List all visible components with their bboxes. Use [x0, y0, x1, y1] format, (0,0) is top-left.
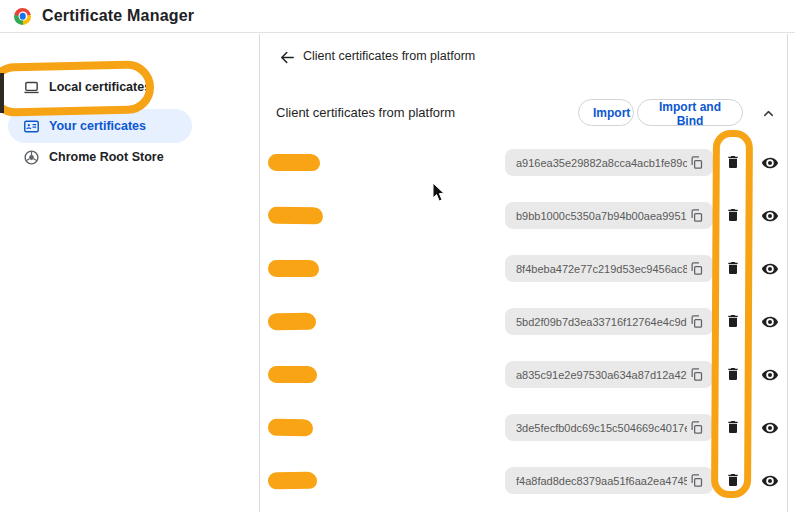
certificate-hash-chip: 8f4beba472e77c219d53ec9456ac840…	[505, 255, 713, 282]
sidebar-item-label: Chrome Root Store	[49, 150, 164, 164]
sidebar: Local certificates Your certificates Chr…	[0, 34, 260, 512]
certificate-hash-chip: a916ea35e29882a8cca4acb1fe89cbe…	[505, 149, 713, 176]
certificate-hash: a835c91e2e97530a634a87d12a42462…	[516, 369, 687, 381]
app-header: Certificate Manager	[0, 0, 795, 33]
view-certificate-button[interactable]	[759, 364, 781, 386]
certificate-hash-chip: f4a8fad8dec8379aa51f6aa2ea47458a…	[505, 467, 713, 494]
eye-icon	[761, 260, 779, 278]
certificate-row: a835c91e2e97530a634a87d12a42462…	[261, 348, 787, 401]
certificate-row: f4a8fad8dec8379aa51f6aa2ea47458a…	[261, 454, 787, 507]
page-title: Certificate Manager	[42, 7, 194, 25]
chrome-store-icon	[22, 148, 40, 166]
import-and-bind-button[interactable]: Import and Bind	[637, 99, 743, 126]
subpage-header: Client certificates from platform	[261, 45, 787, 69]
copy-icon[interactable]	[687, 207, 705, 225]
section-header: Client certificates from platform Import…	[261, 99, 787, 126]
certificate-row: a916ea35e29882a8cca4acb1fe89cbe…	[261, 136, 787, 189]
copy-icon[interactable]	[687, 260, 705, 278]
copy-icon[interactable]	[687, 154, 705, 172]
delete-certificate-button[interactable]	[722, 416, 744, 438]
certificate-hash-chip: 5bd2f09b7d3ea33716f12764e4c9dc0…	[505, 308, 713, 335]
sidebar-item-local-certificates[interactable]: Local certificates	[0, 71, 259, 103]
collapse-section-button[interactable]	[756, 101, 780, 125]
laptop-icon	[22, 78, 40, 96]
copy-icon[interactable]	[687, 366, 705, 384]
certificate-row: b9bb1000c5350a7b94b00aea9951619…	[261, 189, 787, 242]
copy-icon[interactable]	[687, 472, 705, 490]
trash-icon	[725, 366, 741, 382]
delete-certificate-button[interactable]	[722, 363, 744, 385]
redacted-name-marker	[268, 260, 319, 277]
certificate-row: 8f4beba472e77c219d53ec9456ac840…	[261, 242, 787, 295]
eye-icon	[761, 366, 779, 384]
eye-icon	[761, 154, 779, 172]
delete-certificate-button[interactable]	[722, 310, 744, 332]
certificate-hash: 3de5fecfb0dc69c15c504669c4017e1b…	[516, 422, 687, 434]
certificate-hash: 5bd2f09b7d3ea33716f12764e4c9dc0…	[516, 316, 687, 328]
sidebar-item-label: Local certificates	[49, 80, 151, 94]
redacted-name-marker	[268, 366, 317, 383]
sidebar-item-chrome-root-store[interactable]: Chrome Root Store	[0, 141, 259, 173]
back-button[interactable]	[275, 45, 299, 69]
eye-icon	[761, 419, 779, 437]
import-button[interactable]: Import	[578, 99, 634, 126]
redacted-name-marker	[268, 207, 323, 225]
sidebar-item-label: Your certificates	[49, 119, 146, 133]
trash-icon	[725, 472, 741, 488]
certificate-row: 5bd2f09b7d3ea33716f12764e4c9dc0…	[261, 295, 787, 348]
view-certificate-button[interactable]	[759, 311, 781, 333]
trash-icon	[725, 260, 741, 276]
certificate-hash: f4a8fad8dec8379aa51f6aa2ea47458a…	[516, 475, 687, 487]
redacted-name-marker	[268, 154, 320, 171]
certificate-hash: 8f4beba472e77c219d53ec9456ac840…	[516, 263, 687, 275]
certificate-hash-chip: b9bb1000c5350a7b94b00aea9951619…	[505, 202, 713, 229]
delete-certificate-button[interactable]	[722, 257, 744, 279]
sidebar-item-your-certificates[interactable]: Your certificates	[8, 109, 192, 143]
id-card-icon	[22, 117, 40, 135]
delete-certificate-button[interactable]	[722, 151, 744, 173]
copy-icon[interactable]	[687, 419, 705, 437]
trash-icon	[725, 154, 741, 170]
trash-icon	[725, 207, 741, 223]
view-certificate-button[interactable]	[759, 205, 781, 227]
arrow-back-icon	[279, 49, 296, 66]
subpage-title: Client certificates from platform	[303, 49, 475, 63]
redacted-name-marker	[268, 419, 313, 437]
certificate-hash-chip: a835c91e2e97530a634a87d12a42462…	[505, 361, 713, 388]
certificate-row: 3de5fecfb0dc69c15c504669c4017e1b…	[261, 401, 787, 454]
certificate-hash-chip: 3de5fecfb0dc69c15c504669c4017e1b…	[505, 414, 713, 441]
trash-icon	[725, 419, 741, 435]
section-title: Client certificates from platform	[276, 105, 455, 120]
certificate-hash: a916ea35e29882a8cca4acb1fe89cbe…	[516, 157, 687, 169]
eye-icon	[761, 207, 779, 225]
view-certificate-button[interactable]	[759, 152, 781, 174]
view-certificate-button[interactable]	[759, 470, 781, 492]
trash-icon	[725, 313, 741, 329]
delete-certificate-button[interactable]	[722, 204, 744, 226]
redacted-name-marker	[268, 472, 317, 490]
chrome-logo-icon	[14, 8, 31, 25]
view-certificate-button[interactable]	[759, 417, 781, 439]
eye-icon	[761, 472, 779, 490]
delete-certificate-button[interactable]	[722, 469, 744, 491]
copy-icon[interactable]	[687, 313, 705, 331]
eye-icon	[761, 313, 779, 331]
chevron-up-icon	[761, 106, 776, 121]
redacted-name-marker	[268, 313, 316, 331]
certificate-hash: b9bb1000c5350a7b94b00aea9951619…	[516, 210, 687, 222]
view-certificate-button[interactable]	[759, 258, 781, 280]
certificate-list: a916ea35e29882a8cca4acb1fe89cbe… b9bb100…	[261, 136, 787, 507]
main-panel: Client certificates from platform Client…	[261, 34, 788, 512]
